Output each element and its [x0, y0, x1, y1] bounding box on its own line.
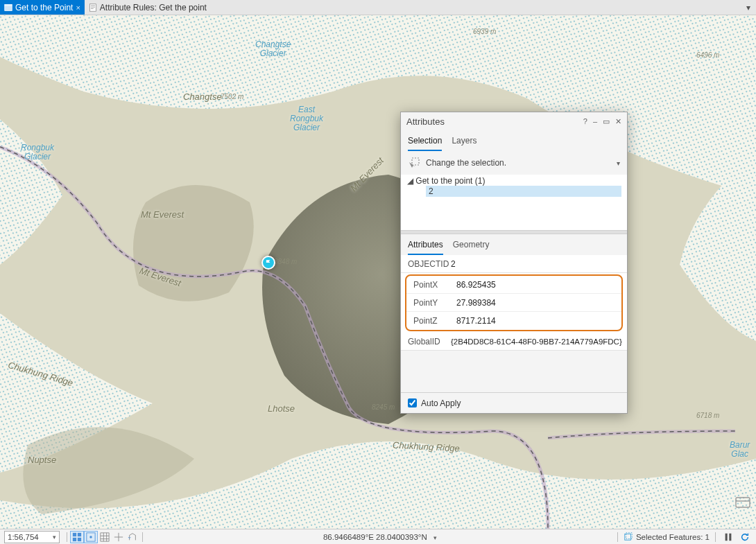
map-view-icon — [4, 3, 12, 12]
inference-button[interactable] — [126, 531, 139, 543]
attributes-panel-titlebar[interactable]: Attributes ? – ▭ ✕ — [401, 112, 627, 130]
attr-row-pointy[interactable]: PointY 27.989384 — [406, 294, 621, 312]
tab-layers[interactable]: Layers — [452, 133, 476, 151]
maximize-icon[interactable]: ▭ — [603, 117, 610, 126]
highlighted-point-fields: PointX 86.925435 PointY 27.989384 PointZ… — [405, 274, 623, 331]
attributes-panel: Attributes ? – ▭ ✕ Selection Layers Chan… — [400, 112, 628, 414]
rules-icon — [89, 3, 97, 12]
auto-apply-checkbox[interactable] — [408, 398, 417, 407]
pause-drawing-button[interactable] — [721, 531, 735, 543]
svg-point-14 — [89, 536, 92, 538]
attribute-table-toggle[interactable] — [734, 494, 752, 509]
subtab-attributes[interactable]: Attributes — [408, 237, 443, 255]
svg-rect-2 — [89, 3, 96, 11]
attr-row-globalid[interactable]: GlobalID {2B4DD8C8-61C4-48F0-9BB7-214A77… — [401, 333, 627, 351]
tab-selection[interactable]: Selection — [408, 133, 442, 151]
subtab-geometry[interactable]: Geometry — [453, 237, 490, 255]
map-scale-input[interactable]: 1:56,754 ▾ — [4, 531, 60, 543]
grid-button[interactable] — [98, 531, 112, 543]
help-icon[interactable]: ? — [583, 117, 587, 126]
attributes-top-tabs: Selection Layers — [401, 130, 627, 151]
map-scale-value: 1:56,754 — [8, 533, 39, 541]
svg-rect-1 — [5, 4, 12, 6]
correction-button[interactable] — [112, 531, 126, 543]
cursor-coordinates: 86.9466489°E 28.0400393°N — [323, 533, 427, 541]
minimize-icon[interactable]: – — [593, 117, 597, 126]
change-selection-row[interactable]: Change the selection. ▾ — [401, 151, 627, 175]
close-icon[interactable]: × — [76, 3, 80, 12]
tabbar-overflow-button[interactable]: ▾ — [741, 0, 756, 15]
tree-layer-label: Get to the point (1) — [415, 176, 485, 186]
svg-rect-7 — [412, 158, 419, 165]
svg-rect-12 — [78, 537, 81, 541]
attributes-grid: OBJECTID 2 PointX 86.925435 PointY 27.98… — [401, 255, 627, 351]
chevron-down-icon[interactable]: ▾ — [53, 534, 56, 541]
attr-row-pointx[interactable]: PointX 86.925435 — [406, 276, 621, 294]
svg-rect-11 — [73, 537, 76, 541]
tree-feature-node[interactable]: 2 — [426, 186, 621, 197]
svg-rect-18 — [729, 533, 731, 541]
view-tabbar: Get to the Point × Attribute Rules: Get … — [0, 0, 756, 15]
constraints-button[interactable] — [84, 531, 98, 543]
close-panel-icon[interactable]: ✕ — [615, 117, 621, 126]
chevron-down-icon[interactable]: ▾ — [617, 159, 620, 167]
selection-tool-icon — [408, 157, 420, 169]
svg-rect-8 — [736, 498, 750, 507]
svg-rect-17 — [725, 533, 728, 541]
refresh-button[interactable] — [738, 531, 752, 543]
attr-row-objectid[interactable]: OBJECTID 2 — [401, 255, 627, 273]
change-selection-label: Change the selection. — [426, 158, 506, 168]
map-view[interactable]: Changtse Glacier East Rongbuk Glacier Ro… — [0, 15, 756, 529]
tab-map-view[interactable]: Get to the Point × — [0, 0, 85, 15]
tab-map-view-label: Get to the Point — [15, 3, 73, 12]
tree-caret-icon[interactable]: ◢ — [406, 176, 413, 186]
attributes-panel-title: Attributes — [406, 116, 583, 127]
attr-row-pointz[interactable]: PointZ 8717.2114 — [406, 312, 621, 330]
status-bar: 1:56,754 ▾ 86.9466489°E 28.0400393°N ▾ S… — [0, 529, 756, 544]
selected-features-label: Selected Features: 1 — [636, 533, 710, 541]
svg-rect-10 — [78, 532, 81, 536]
selection-tree: ◢ Get to the point (1) 2 — [401, 175, 627, 230]
tab-attribute-rules-label: Attribute Rules: Get the point — [100, 3, 207, 12]
auto-apply-row: Auto Apply — [401, 392, 627, 413]
svg-rect-9 — [73, 532, 76, 536]
coord-format-dropdown[interactable]: ▾ — [433, 534, 437, 541]
selected-features-icon[interactable] — [624, 532, 633, 543]
snapping-button[interactable] — [70, 531, 84, 543]
tree-layer-node[interactable]: ◢ Get to the point (1) — [406, 176, 621, 186]
auto-apply-label: Auto Apply — [421, 398, 461, 408]
feature-marker[interactable] — [261, 256, 275, 270]
tab-attribute-rules[interactable]: Attribute Rules: Get the point — [85, 0, 211, 15]
attributes-sub-tabs: Attributes Geometry — [401, 234, 627, 255]
